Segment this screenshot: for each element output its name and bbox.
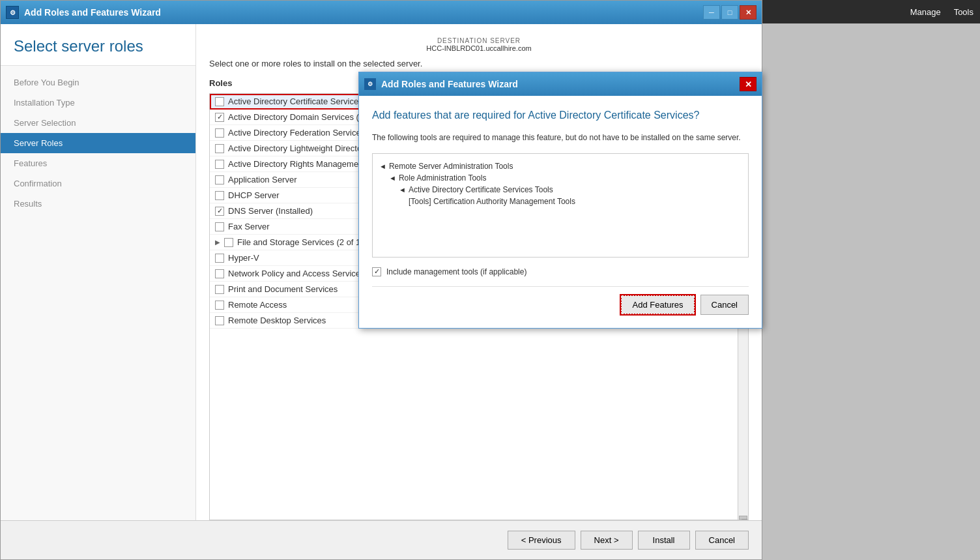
tree-arrow-rsat: ◄ xyxy=(379,162,386,170)
sidebar-item-features[interactable]: Features xyxy=(1,153,195,173)
checkbox-app-server[interactable] xyxy=(215,175,224,184)
tree-label-cert-mgmt: [Tools] Certification Authority Manageme… xyxy=(409,197,575,206)
main-titlebar: ⚙ Add Roles and Features Wizard ─ □ ✕ xyxy=(1,1,762,24)
sidebar: Select server roles Before You Begin Ins… xyxy=(1,24,196,520)
titlebar-controls: ─ □ ✕ xyxy=(703,5,757,20)
minimize-button[interactable]: ─ xyxy=(703,5,720,20)
main-window-title: Add Roles and Features Wizard xyxy=(24,7,161,18)
next-button[interactable]: Next > xyxy=(581,531,633,550)
tree-arrow-role-admin: ◄ xyxy=(389,174,396,182)
role-label-app-server: Application Server xyxy=(228,175,297,184)
sidebar-item-before-you-begin[interactable]: Before You Begin xyxy=(1,72,195,93)
checkbox-ad-federation[interactable] xyxy=(215,128,224,138)
dialog-icon: ⚙ xyxy=(364,78,376,90)
tree-label-role-admin: Role Administration Tools xyxy=(399,173,487,183)
role-label-network-policy: Network Policy and Access Services xyxy=(228,269,365,278)
tree-label-rsat: Remote Server Administration Tools xyxy=(389,162,513,171)
dialog-footer: Add Features Cancel xyxy=(372,286,749,315)
intro-text: Select one or more roles to install on t… xyxy=(209,59,749,68)
taskbar: Manage Tools xyxy=(758,0,980,23)
cancel-button[interactable]: Cancel xyxy=(695,531,749,550)
dialog-close-button[interactable]: ✕ xyxy=(740,77,757,91)
previous-button[interactable]: < Previous xyxy=(508,531,575,550)
role-label-hyper-v: Hyper-V xyxy=(228,253,259,263)
scroll-down-arrow[interactable]: ▼ xyxy=(739,516,747,520)
checkbox-file-storage[interactable] xyxy=(224,238,233,247)
destination-server-name: HCC-INBLRDC01.uccallhire.com xyxy=(209,44,749,52)
sidebar-item-results[interactable]: Results xyxy=(1,194,195,214)
nav-items: Before You Begin Installation Type Serve… xyxy=(1,66,195,220)
checkbox-ad-rights[interactable] xyxy=(215,160,224,169)
role-label-dhcp: DHCP Server xyxy=(228,190,280,200)
tree-item-role-admin: ◄ Role Administration Tools xyxy=(379,172,742,184)
maximize-button[interactable]: □ xyxy=(721,5,738,20)
checkbox-fax[interactable] xyxy=(215,222,224,231)
checkbox-network-policy[interactable] xyxy=(215,269,224,278)
tree-item-rsat: ◄ Remote Server Administration Tools xyxy=(379,160,742,172)
tree-arrow-ad-cert-tools: ◄ xyxy=(399,186,406,194)
close-button[interactable]: ✕ xyxy=(740,5,757,20)
add-features-dialog: ⚙ Add Roles and Features Wizard ✕ Add fe… xyxy=(358,72,762,329)
add-features-button[interactable]: Add Features xyxy=(620,295,695,315)
dialog-cancel-button[interactable]: Cancel xyxy=(700,295,749,315)
checkbox-print-doc[interactable] xyxy=(215,285,224,294)
role-label-ad-cert: Active Directory Certificate Services xyxy=(228,96,363,106)
sidebar-item-server-selection[interactable]: Server Selection xyxy=(1,113,195,133)
role-label-print-doc: Print and Document Services xyxy=(228,284,338,294)
checkbox-hyper-v[interactable] xyxy=(215,254,224,263)
tree-label-ad-cert-tools: Active Directory Certificate Services To… xyxy=(409,185,553,194)
checkbox-dns[interactable] xyxy=(215,207,224,216)
checkbox-remote-desktop[interactable] xyxy=(215,316,224,325)
checkbox-ad-cert[interactable] xyxy=(215,97,224,106)
dialog-title: Add Roles and Features Wizard xyxy=(381,79,518,89)
role-label-dns: DNS Server (Installed) xyxy=(228,206,313,216)
sidebar-item-installation-type[interactable]: Installation Type xyxy=(1,93,195,113)
destination-server-area: DESTINATION SERVER HCC-INBLRDC01.uccallh… xyxy=(209,37,749,52)
sidebar-item-confirmation[interactable]: Confirmation xyxy=(1,173,195,194)
window-icon: ⚙ xyxy=(6,6,19,19)
include-mgmt-checkbox[interactable] xyxy=(372,267,381,276)
page-title: Select server roles xyxy=(14,37,182,55)
role-label-remote-desktop: Remote Desktop Services xyxy=(228,316,326,325)
install-button[interactable]: Install xyxy=(638,531,690,550)
checkbox-ad-lightweight[interactable] xyxy=(215,144,224,153)
tree-item-cert-mgmt: [Tools] Certification Authority Manageme… xyxy=(379,196,742,207)
role-label-remote-access: Remote Access xyxy=(228,300,287,310)
dialog-body: Add features that are required for Activ… xyxy=(359,96,762,328)
dialog-question: Add features that are required for Activ… xyxy=(372,109,749,123)
checkbox-dhcp[interactable] xyxy=(215,191,224,200)
tree-item-ad-cert-tools: ◄ Active Directory Certificate Services … xyxy=(379,184,742,196)
role-label-ad-federation: Active Directory Federation Services xyxy=(228,128,365,138)
manage-button[interactable]: Manage xyxy=(910,7,941,17)
sidebar-item-server-roles[interactable]: Server Roles xyxy=(1,133,195,153)
include-management-row: Include management tools (if applicable) xyxy=(372,267,749,276)
destination-server-label: DESTINATION SERVER xyxy=(209,37,749,44)
include-mgmt-label: Include management tools (if applicable) xyxy=(386,267,526,276)
features-tree: ◄ Remote Server Administration Tools ◄ R… xyxy=(372,153,749,258)
tools-button[interactable]: Tools xyxy=(954,7,973,17)
page-title-area: Select server roles xyxy=(1,24,195,66)
expand-icon-file-storage[interactable]: ▶ xyxy=(215,239,220,246)
role-label-fax: Fax Server xyxy=(228,222,270,231)
dialog-titlebar: ⚙ Add Roles and Features Wizard ✕ xyxy=(359,72,762,96)
checkbox-ad-domain[interactable] xyxy=(215,113,224,122)
checkbox-remote-access[interactable] xyxy=(215,301,224,310)
bottom-bar: < Previous Next > Install Cancel xyxy=(1,520,762,559)
dialog-description: The following tools are required to mana… xyxy=(372,132,749,143)
